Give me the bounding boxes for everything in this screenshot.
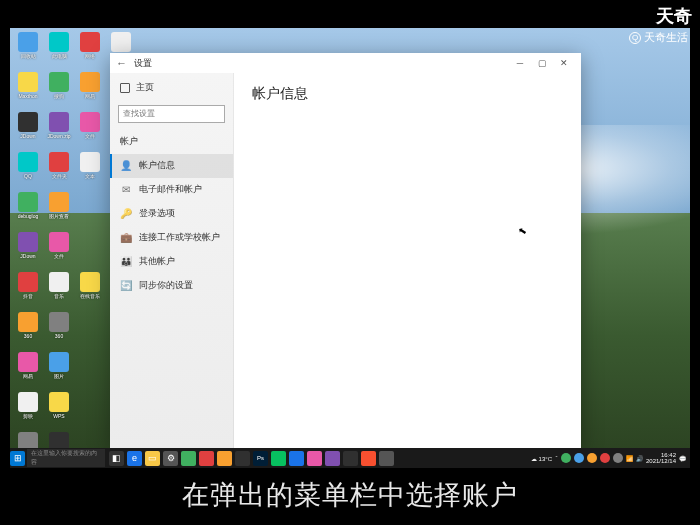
desktop-icon[interactable]: 回收站 xyxy=(14,32,42,70)
nav-label: 电子邮件和帐户 xyxy=(139,184,202,196)
desktop-icon[interactable] xyxy=(76,312,104,350)
desktop-icon[interactable]: QQ xyxy=(14,152,42,190)
letterbox-top xyxy=(0,0,700,28)
app-icon[interactable] xyxy=(325,451,340,466)
desktop-icon[interactable]: 图片查看 xyxy=(45,192,73,230)
desktop-icon[interactable]: 文件夹 xyxy=(45,152,73,190)
search-container xyxy=(118,102,225,123)
wechat-icon[interactable] xyxy=(271,451,286,466)
desktop-icon[interactable]: 在线音乐 xyxy=(76,272,104,310)
desktop-icon[interactable]: 网易 xyxy=(76,72,104,110)
volume-icon[interactable]: 🔊 xyxy=(636,455,643,462)
desktop-screen: 回收站此电脑网络控制面板Maxthon搜狗网易360JDownJDown.zip… xyxy=(10,28,690,468)
app-icon[interactable]: Ps xyxy=(253,451,268,466)
network-icon[interactable]: 📶 xyxy=(626,455,633,462)
desktop-icon[interactable]: 图片 xyxy=(45,352,73,390)
taskbar[interactable]: ⊞ 在这里输入你要搜索的内容 ◧ e ▭ ⚙ Ps ☁ 13°C ˄ xyxy=(10,448,690,468)
nav-item-5[interactable]: 🔄同步你的设置 xyxy=(110,274,233,298)
desktop-icon[interactable]: 文件 xyxy=(45,232,73,270)
tray-chevron[interactable]: ˄ xyxy=(555,455,558,462)
nav-icon: 🔄 xyxy=(120,280,131,291)
explorer-icon[interactable]: ▭ xyxy=(145,451,160,466)
minimize-button[interactable]: ─ xyxy=(509,54,531,72)
desktop-icon[interactable]: 360 xyxy=(45,312,73,350)
app-icon[interactable] xyxy=(199,451,214,466)
app-icon[interactable] xyxy=(307,451,322,466)
app-icon[interactable] xyxy=(361,451,376,466)
tray-icon[interactable] xyxy=(561,453,571,463)
tray-icon[interactable] xyxy=(600,453,610,463)
settings-sidebar: 主页 帐户 👤帐户信息✉电子邮件和帐户🔑登录选项💼连接工作或学校帐户👪其他帐户🔄… xyxy=(110,73,234,448)
window-title: 设置 xyxy=(134,57,152,70)
desktop-icon[interactable]: 剪映 xyxy=(14,392,42,430)
settings-window: ← 设置 ─ ▢ ✕ 主页 帐户 👤帐户信息✉电子邮件和帐户🔑登录选项💼连接工作… xyxy=(110,53,581,448)
start-button[interactable]: ⊞ xyxy=(10,451,25,466)
nav-item-4[interactable]: 👪其他帐户 xyxy=(110,250,233,274)
nav-icon: 👤 xyxy=(120,160,131,171)
desktop-icon[interactable]: JDown xyxy=(14,232,42,270)
app-icon[interactable] xyxy=(235,451,250,466)
home-icon xyxy=(120,83,130,93)
task-view-icon[interactable]: ◧ xyxy=(109,451,124,466)
desktop-icon[interactable]: 抖音 xyxy=(14,272,42,310)
system-tray[interactable]: ☁ 13°C ˄ 📶 🔊 16:42 2021/12/14 💬 xyxy=(531,452,690,464)
desktop-icon[interactable]: 搜狗 xyxy=(45,72,73,110)
desktop-icon[interactable] xyxy=(76,232,104,270)
desktop-icon[interactable]: WPS xyxy=(45,392,73,430)
nav-icon: ✉ xyxy=(120,184,131,195)
nav-icon: 🔑 xyxy=(120,208,131,219)
nav-label: 同步你的设置 xyxy=(139,280,193,292)
nav-label: 其他帐户 xyxy=(139,256,175,268)
app-icon[interactable] xyxy=(343,451,358,466)
taskbar-apps: ◧ e ▭ ⚙ Ps xyxy=(109,451,394,466)
watermark-sub: Q 天奇生活 xyxy=(629,30,688,45)
app-icon[interactable] xyxy=(181,451,196,466)
weather-widget[interactable]: ☁ 13°C xyxy=(531,455,552,462)
desktop-icon[interactable]: debuglog xyxy=(14,192,42,230)
taskbar-search[interactable]: 在这里输入你要搜索的内容 xyxy=(27,449,105,467)
home-label: 主页 xyxy=(136,81,154,94)
desktop-icon[interactable]: 文本 xyxy=(76,152,104,190)
back-button[interactable]: ← xyxy=(116,57,130,69)
search-input[interactable] xyxy=(118,105,225,123)
settings-content: 帐户信息 xyxy=(234,73,581,448)
nav-item-2[interactable]: 🔑登录选项 xyxy=(110,202,233,226)
settings-nav: 👤帐户信息✉电子邮件和帐户🔑登录选项💼连接工作或学校帐户👪其他帐户🔄同步你的设置 xyxy=(110,154,233,298)
nav-item-1[interactable]: ✉电子邮件和帐户 xyxy=(110,178,233,202)
desktop-icon[interactable] xyxy=(76,192,104,230)
tray-icon[interactable] xyxy=(587,453,597,463)
close-button[interactable]: ✕ xyxy=(553,54,575,72)
notification-icon[interactable]: 💬 xyxy=(679,455,686,462)
desktop-icon[interactable]: JDown xyxy=(14,112,42,150)
desktop-icon[interactable]: 此电脑 xyxy=(45,32,73,70)
window-titlebar[interactable]: ← 设置 ─ ▢ ✕ xyxy=(110,53,581,73)
nav-item-3[interactable]: 💼连接工作或学校帐户 xyxy=(110,226,233,250)
desktop-icon[interactable] xyxy=(76,392,104,430)
nav-icon: 💼 xyxy=(120,232,131,243)
tray-icon[interactable] xyxy=(574,453,584,463)
maximize-button[interactable]: ▢ xyxy=(531,54,553,72)
app-icon[interactable] xyxy=(379,451,394,466)
desktop-icon[interactable]: Maxthon xyxy=(14,72,42,110)
home-link[interactable]: 主页 xyxy=(110,77,233,98)
nav-label: 连接工作或学校帐户 xyxy=(139,232,220,244)
nav-icon: 👪 xyxy=(120,256,131,267)
app-icon[interactable] xyxy=(217,451,232,466)
desktop-icon[interactable] xyxy=(76,352,104,390)
nav-item-0[interactable]: 👤帐户信息 xyxy=(110,154,233,178)
desktop-icon[interactable]: 网易 xyxy=(14,352,42,390)
tray-icon[interactable] xyxy=(613,453,623,463)
video-subtitle: 在弹出的菜单栏中选择账户 xyxy=(0,477,700,513)
clock[interactable]: 16:42 2021/12/14 xyxy=(646,452,676,464)
desktop-icon[interactable]: 360 xyxy=(14,312,42,350)
category-label: 帐户 xyxy=(110,131,233,154)
edge-icon[interactable]: e xyxy=(127,451,142,466)
desktop-icon[interactable]: JDown.zip xyxy=(45,112,73,150)
settings-icon[interactable]: ⚙ xyxy=(163,451,178,466)
desktop-icon[interactable]: 音乐 xyxy=(45,272,73,310)
watermark-text: 天奇生活 xyxy=(644,30,688,45)
desktop-icon[interactable]: 文件 xyxy=(76,112,104,150)
watermark-logo: 天奇 xyxy=(656,4,692,28)
app-icon[interactable] xyxy=(289,451,304,466)
desktop-icon[interactable]: 网络 xyxy=(76,32,104,70)
